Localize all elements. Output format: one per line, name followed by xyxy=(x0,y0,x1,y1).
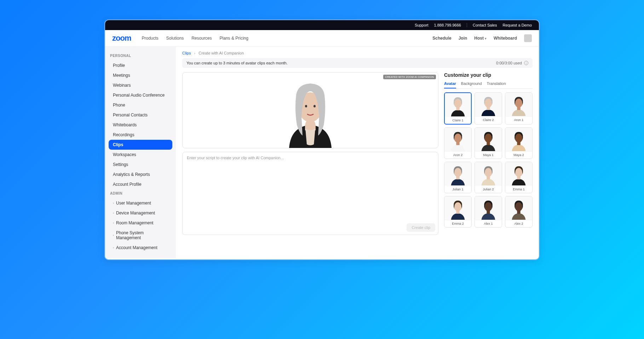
avatar-card-emma-2[interactable]: Emma 2 xyxy=(444,196,472,228)
nav-join[interactable]: Join xyxy=(459,36,467,41)
avatar-thumb xyxy=(444,162,471,186)
avatar-card-julian-1[interactable]: Julian 1 xyxy=(444,162,472,193)
avatar-thumb xyxy=(475,93,502,117)
request-demo-link[interactable]: Request a Demo xyxy=(502,23,532,27)
nav-schedule[interactable]: Schedule xyxy=(432,36,451,41)
sidebar-item-personal-contacts[interactable]: Personal Contacts xyxy=(109,110,172,120)
chevron-right-icon: › xyxy=(113,234,114,237)
avatar-card-alex-2[interactable]: Alex 2 xyxy=(505,196,533,228)
avatar-card-claire-1[interactable]: Claire 1 xyxy=(444,92,472,125)
sidebar-item-personal-audio-conference[interactable]: Personal Audio Conference xyxy=(109,90,172,100)
main-panel: Clips › Create with AI Companion You can… xyxy=(176,47,539,258)
sidebar-item-webinars[interactable]: Webinars xyxy=(109,80,172,90)
sidebar-item-phone[interactable]: Phone xyxy=(109,100,172,110)
nav-plans-pricing[interactable]: Plans & Pricing xyxy=(220,36,248,41)
sidebar-item-label: Account Management xyxy=(116,245,157,250)
info-icon[interactable]: i xyxy=(524,61,528,65)
breadcrumb-current: Create with AI Companion xyxy=(199,51,244,55)
avatar-thumb xyxy=(505,128,532,152)
breadcrumb: Clips › Create with AI Companion xyxy=(182,51,533,55)
nav-solutions[interactable]: Solutions xyxy=(166,36,184,41)
sidebar-item-clips[interactable]: Clips xyxy=(109,140,172,150)
avatar-card-alex-1[interactable]: Alex 1 xyxy=(475,196,502,228)
content-area: PERSONAL ProfileMeetingsWebinarsPersonal… xyxy=(105,47,539,258)
sidebar-item-analytics-reports[interactable]: Analytics & Reports xyxy=(109,170,172,179)
avatar-thumb xyxy=(444,128,471,152)
sidebar-heading-admin: ADMIN xyxy=(110,191,172,195)
contact-sales-link[interactable]: Contact Sales xyxy=(473,23,497,27)
avatar-thumb xyxy=(475,162,502,186)
avatar-preview-box: CREATED WITH ZOOM AI COMPANION xyxy=(182,72,438,148)
notice-text: You can create up to 3 minutes of avatar… xyxy=(186,61,288,65)
avatar-card-label: Claire 1 xyxy=(452,117,463,124)
zoom-logo[interactable]: zoom xyxy=(112,34,131,43)
avatar-card-maya-2[interactable]: Maya 2 xyxy=(505,127,533,159)
chevron-right-icon: › xyxy=(113,211,114,215)
sidebar-item-profile[interactable]: Profile xyxy=(109,61,172,70)
nav-products[interactable]: Products xyxy=(142,36,158,41)
avatar-grid: Claire 1 Claire 2 Aron 1 Aron 2 Maya 1 M… xyxy=(444,92,533,228)
script-input-box: Create clip xyxy=(182,152,438,235)
sidebar-heading-personal: PERSONAL xyxy=(110,54,172,58)
sidebar: PERSONAL ProfileMeetingsWebinarsPersonal… xyxy=(105,47,176,258)
avatar-card-julian-2[interactable]: Julian 2 xyxy=(475,162,502,193)
avatar-card-label: Maya 2 xyxy=(513,152,524,159)
nav-resources[interactable]: Resources xyxy=(191,36,212,41)
usage-text: 0:00/3:00 used xyxy=(496,61,522,65)
sidebar-item-recordings[interactable]: Recordings xyxy=(109,130,172,140)
sidebar-item-user-management[interactable]: ›User Management xyxy=(109,198,172,208)
chevron-right-icon: › xyxy=(113,246,114,249)
customize-tabs: Avatar Background Translation xyxy=(444,81,533,89)
sidebar-item-account-management[interactable]: ›Account Management xyxy=(109,243,172,253)
usage-counter: 0:00/3:00 used i xyxy=(496,61,528,65)
sidebar-item-workspaces[interactable]: Workspaces xyxy=(109,150,172,160)
app-window: Support 1.888.799.9666 Contact Sales Req… xyxy=(104,19,540,260)
avatar-card-label: Aron 1 xyxy=(514,117,524,123)
avatar-card-label: Julian 1 xyxy=(452,186,463,193)
avatar-card-claire-2[interactable]: Claire 2 xyxy=(475,92,502,125)
sidebar-item-room-management[interactable]: ›Room Management xyxy=(109,218,172,228)
user-avatar-icon[interactable] xyxy=(524,34,532,42)
sidebar-item-whiteboards[interactable]: Whiteboards xyxy=(109,120,172,130)
create-clip-button[interactable]: Create clip xyxy=(407,223,435,232)
sidebar-item-device-management[interactable]: ›Device Management xyxy=(109,208,172,218)
editor-columns: CREATED WITH ZOOM AI COMPANION xyxy=(182,72,533,235)
customize-title: Customize your clip xyxy=(444,72,533,78)
sidebar-item-label: User Management xyxy=(116,201,151,206)
avatar-card-label: Claire 2 xyxy=(483,117,494,123)
tab-translation[interactable]: Translation xyxy=(487,81,506,88)
avatar-card-maya-1[interactable]: Maya 1 xyxy=(475,127,502,159)
nav-right: Schedule Join Host Whiteboard xyxy=(432,34,532,42)
tab-background[interactable]: Background xyxy=(461,81,482,88)
tab-avatar[interactable]: Avatar xyxy=(444,81,456,88)
avatar-thumb xyxy=(475,196,502,220)
avatar-thumb xyxy=(475,128,502,152)
nav-host-dropdown[interactable]: Host xyxy=(474,36,487,41)
avatar-thumb xyxy=(505,162,532,186)
left-column: CREATED WITH ZOOM AI COMPANION xyxy=(182,72,438,235)
top-utility-bar: Support 1.888.799.9666 Contact Sales Req… xyxy=(105,20,539,30)
support-link[interactable]: Support xyxy=(415,23,429,27)
avatar-card-label: Emma 1 xyxy=(513,186,525,193)
sidebar-item-account-profile[interactable]: Account Profile xyxy=(109,179,172,189)
sidebar-item-label: Phone System Management xyxy=(116,230,168,240)
chevron-right-icon: › xyxy=(194,51,196,55)
phone-link[interactable]: 1.888.799.9666 xyxy=(434,23,461,27)
sidebar-item-settings[interactable]: Settings xyxy=(109,160,172,170)
avatar-thumb xyxy=(444,196,471,220)
avatar-thumb xyxy=(505,196,532,220)
avatar-card-label: Aron 2 xyxy=(453,152,463,159)
customize-panel: Customize your clip Avatar Background Tr… xyxy=(444,72,533,235)
avatar-card-aron-1[interactable]: Aron 1 xyxy=(505,92,533,125)
ai-companion-badge: CREATED WITH ZOOM AI COMPANION xyxy=(383,75,436,79)
avatar-card-aron-2[interactable]: Aron 2 xyxy=(444,127,472,159)
avatar-card-emma-1[interactable]: Emma 1 xyxy=(505,162,533,193)
script-textarea[interactable] xyxy=(183,152,438,235)
sidebar-item-label: Room Management xyxy=(116,220,153,225)
avatar-preview-image xyxy=(271,74,349,148)
chevron-right-icon: › xyxy=(113,201,114,205)
sidebar-item-meetings[interactable]: Meetings xyxy=(109,70,172,80)
sidebar-item-phone-system-management[interactable]: ›Phone System Management xyxy=(109,228,172,243)
nav-whiteboard[interactable]: Whiteboard xyxy=(494,36,517,41)
breadcrumb-clips-link[interactable]: Clips xyxy=(182,51,191,55)
